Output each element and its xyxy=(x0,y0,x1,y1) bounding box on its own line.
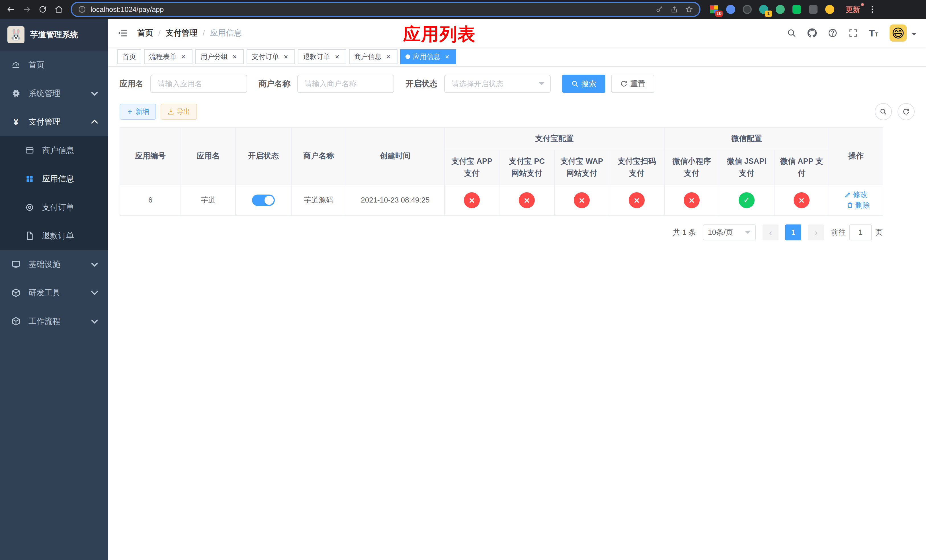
back-icon[interactable] xyxy=(3,2,18,17)
search-icon xyxy=(879,108,887,115)
reset-button[interactable]: 重置 xyxy=(611,75,654,93)
col-status: 开启状态 xyxy=(236,127,291,185)
extension-dark-icon[interactable] xyxy=(741,4,753,15)
help-icon[interactable] xyxy=(823,24,842,42)
search-icon[interactable] xyxy=(782,24,801,42)
close-icon[interactable] xyxy=(231,53,239,61)
sidebar-logo[interactable]: 🐰 芋道管理系统 xyxy=(0,19,108,51)
status-error-icon: × xyxy=(464,192,480,208)
plus-icon xyxy=(126,108,133,115)
tag-user-group[interactable]: 用户分组 xyxy=(195,49,244,64)
page-jump-input[interactable] xyxy=(849,224,872,241)
pagination-total: 共 1 条 xyxy=(673,227,696,237)
close-icon[interactable] xyxy=(179,53,188,61)
home-icon[interactable] xyxy=(51,2,66,17)
app-title: 芋道管理系统 xyxy=(30,29,78,40)
prev-page-button[interactable] xyxy=(763,224,779,241)
bookmark-star-icon[interactable] xyxy=(685,5,693,14)
page-number-current[interactable]: 1 xyxy=(785,224,801,241)
page-size-select[interactable]: 10条/页 xyxy=(703,224,756,241)
extension-wechat-icon[interactable] xyxy=(791,4,802,15)
hamburger-icon[interactable] xyxy=(117,27,128,39)
edit-link[interactable]: 修改 xyxy=(844,190,868,200)
extension-gem-icon[interactable] xyxy=(725,4,736,15)
user-avatar[interactable]: 😄 xyxy=(890,24,906,42)
close-icon[interactable] xyxy=(282,53,290,61)
sidebar-item-label: 系统管理 xyxy=(29,88,61,99)
merchant-name-field-wrap xyxy=(297,75,394,93)
trash-icon xyxy=(847,202,853,209)
extension-pin-icon[interactable] xyxy=(808,4,819,15)
password-key-icon[interactable] xyxy=(655,5,663,14)
tag-label: 流程表单 xyxy=(149,52,177,61)
address-bar[interactable]: localhost:1024/pay/app xyxy=(71,2,701,17)
jump-prefix: 前往 xyxy=(831,227,846,237)
forward-icon[interactable] xyxy=(20,2,34,17)
site-info-icon[interactable] xyxy=(78,5,86,14)
breadcrumb-separator xyxy=(158,29,160,38)
sidebar-item-label: 退款订单 xyxy=(42,230,74,241)
extension-green-icon[interactable] xyxy=(775,4,786,15)
avatar-caret-icon[interactable] xyxy=(912,33,916,38)
search-button[interactable]: 搜索 xyxy=(562,75,605,93)
sidebar-item-label: 支付订单 xyxy=(42,202,74,213)
share-icon[interactable] xyxy=(670,5,678,14)
sidebar-item-home[interactable]: 首页 xyxy=(0,51,108,79)
tag-refund-order[interactable]: 退款订单 xyxy=(298,49,346,64)
merchant-name-input[interactable] xyxy=(298,75,393,92)
close-icon[interactable] xyxy=(384,53,392,61)
col-actions: 操作 xyxy=(829,127,883,185)
sidebar-item-merchant-info[interactable]: 商户信息 xyxy=(0,136,108,165)
status-select[interactable]: 请选择开启状态 xyxy=(444,75,551,93)
status-ok-icon: ✓ xyxy=(738,192,755,208)
toggle-search-button[interactable] xyxy=(875,103,892,120)
reload-icon[interactable] xyxy=(35,2,50,17)
sidebar-item-payment[interactable]: 支付管理 xyxy=(0,107,108,136)
sidebar-item-workflow[interactable]: 工作流程 xyxy=(0,307,108,336)
extension-grid-icon[interactable]: 10 xyxy=(708,4,720,15)
delete-link[interactable]: 删除 xyxy=(847,200,870,210)
app-name-input[interactable] xyxy=(151,75,247,92)
refresh-table-button[interactable] xyxy=(897,103,915,120)
pagination: 共 1 条 10条/页 1 前往 页 xyxy=(120,224,883,241)
tag-home[interactable]: 首页 xyxy=(117,49,141,64)
sidebar-item-system[interactable]: 系统管理 xyxy=(0,79,108,107)
tag-app-info[interactable]: 应用信息 xyxy=(400,49,456,64)
font-size-icon[interactable] xyxy=(864,24,883,42)
col-alipay-app: 支付宝 APP 支付 xyxy=(445,150,499,185)
sidebar-item-app-info[interactable]: 应用信息 xyxy=(0,165,108,193)
fullscreen-icon[interactable] xyxy=(844,24,862,42)
export-button-label: 导出 xyxy=(177,107,190,116)
sidebar-item-infrastructure[interactable]: 基础设施 xyxy=(0,250,108,278)
close-icon[interactable] xyxy=(333,53,341,61)
tag-process-form[interactable]: 流程表单 xyxy=(144,49,192,64)
tag-merchant-info[interactable]: 商户信息 xyxy=(349,49,398,64)
col-alipay-wap: 支付宝 WAP 网站支付 xyxy=(554,150,609,185)
next-page-button[interactable] xyxy=(808,224,824,241)
extension-avatar-icon[interactable]: 1 xyxy=(758,4,769,15)
cell-alipay-pc: × xyxy=(499,185,554,216)
browser-menu-icon[interactable] xyxy=(867,3,878,16)
chevron-up-icon xyxy=(90,117,99,127)
export-button[interactable]: 导出 xyxy=(160,104,197,120)
page-jump: 前往 页 xyxy=(831,224,883,241)
url-text[interactable]: localhost:1024/pay/app xyxy=(91,5,651,14)
target-icon xyxy=(25,203,34,212)
col-wechat-app: 微信 APP 支付 xyxy=(774,150,829,185)
browser-update-button[interactable]: 更新 xyxy=(842,3,863,17)
col-app-name: 应用名 xyxy=(181,127,236,185)
cell-alipay-app: × xyxy=(445,185,499,216)
sidebar-item-pay-order[interactable]: 支付订单 xyxy=(0,193,108,222)
github-icon[interactable] xyxy=(803,24,821,42)
extension-emoji-icon[interactable] xyxy=(824,4,835,15)
sidebar-item-dev-tools[interactable]: 研发工具 xyxy=(0,278,108,307)
add-button[interactable]: 新增 xyxy=(120,104,156,120)
tag-pay-order[interactable]: 支付订单 xyxy=(247,49,295,64)
tag-label: 首页 xyxy=(123,52,136,61)
breadcrumb-payment[interactable]: 支付管理 xyxy=(166,28,198,38)
filter-status: 开启状态 请选择开启状态 xyxy=(406,75,551,93)
status-toggle[interactable] xyxy=(252,195,275,206)
breadcrumb-home[interactable]: 首页 xyxy=(137,28,153,38)
sidebar-item-refund-order[interactable]: 退款订单 xyxy=(0,222,108,250)
close-icon[interactable] xyxy=(443,53,451,61)
